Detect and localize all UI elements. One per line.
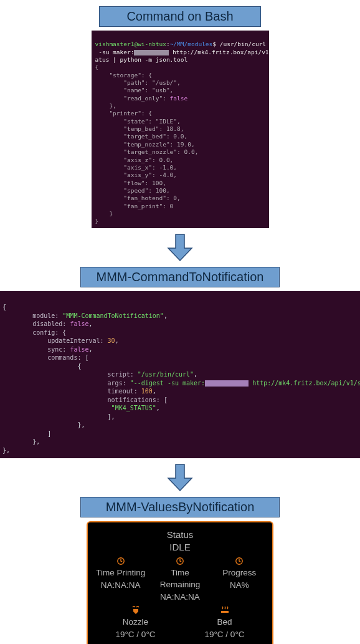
json-storage-ro-val: false (170, 95, 188, 102)
cfg-l14: }, (2, 421, 85, 428)
json-storage: "storage": { (95, 72, 153, 79)
json-axis-z: "axis_z": 0.0, (95, 156, 174, 163)
val-bed: 19°C / 0°C (204, 629, 244, 641)
cfg-l17: }, (2, 447, 10, 454)
json-flow: "flow": 100, (95, 180, 166, 186)
cfg-l8: script: (2, 371, 138, 378)
cfg-l2e: , (88, 320, 92, 327)
cfg-l7: { (2, 363, 81, 370)
val-time-remaining: NA:NA:NA (160, 592, 200, 603)
val-time-printing: NA:NA:NA (101, 580, 141, 592)
lbl-nozzle: Nozzle (123, 617, 148, 628)
clock-icon (235, 555, 244, 567)
prompt-symbol: $ (212, 41, 216, 47)
cfg-l15: ] (2, 430, 51, 437)
z-height-icon (234, 642, 244, 644)
svg-marker-1 (168, 464, 192, 491)
cfg-l9: args: (2, 380, 130, 387)
val-progress: NA% (230, 580, 249, 592)
cfg-l13: ], (2, 413, 115, 420)
status-module: Status IDLE Time Printing NA:NA:NA Time … (87, 521, 273, 644)
json-storage-ro-key: "read_only": (95, 95, 170, 102)
cmd-line1: /usr/bin/curl --digest (220, 41, 269, 47)
status-state: IDLE (93, 541, 267, 554)
json-close: } (95, 218, 99, 224)
cfg-l4: updateInterval: (2, 337, 108, 344)
cell-flow: Flow 100% (152, 642, 207, 644)
lbl-bed: Bed (217, 617, 232, 628)
json-storage-name: "name": "usb", (95, 87, 174, 94)
cfg-l10n: 100 (141, 388, 153, 395)
json-close-storage: }, (95, 102, 116, 109)
cfg-l9s1: "--digest -su maker: (130, 380, 205, 387)
json-fan-print: "fan_print": 0 (95, 203, 174, 209)
cfg-l1: module: (2, 312, 62, 319)
cell-time-remaining: Time Remaining NA:NA:NA (152, 555, 207, 603)
json-close-printer: } (95, 210, 113, 217)
json-axis-x: "axis_x": -1.0, (95, 164, 178, 171)
cfg-l9s2: http://mk4.fritz.box/api/v1/status" (249, 380, 360, 387)
cell-bed: Bed 19°C / 0°C (182, 605, 267, 641)
json-target-bed: "target_bed": 0.0, (95, 133, 188, 140)
cfg-l10e: , (153, 388, 156, 395)
cfg-l6: commands: [ (2, 354, 88, 361)
cfg-l12e: , (156, 405, 160, 411)
json-open: { (95, 64, 99, 70)
svg-marker-0 (168, 234, 192, 261)
title-bash: Command on Bash (99, 6, 261, 27)
cfg-l10: timeout: (2, 388, 141, 395)
clock-icon (116, 555, 125, 567)
cmd-line2b: http://mk4.fritz.box/api/v1/st (169, 49, 268, 55)
cell-speed: Speed 100% (93, 642, 148, 644)
json-target-nozzle: "target_nozzle": 0.0, (95, 148, 199, 155)
cmd-line2a: -su maker: (95, 49, 135, 55)
json-storage-path: "path": "/usb/", (95, 79, 181, 86)
json-axis-y: "axis_y": -4.0, (95, 171, 178, 178)
cfg-l2: disabled: (2, 320, 70, 327)
cfg-l8s: "/usr/bin/curl" (138, 371, 194, 378)
svg-rect-5 (221, 611, 229, 613)
cfg-l2b: false (70, 320, 88, 327)
lbl-progress: Progress (222, 567, 256, 579)
cell-nozzle: Nozzle 19°C / 0°C (93, 605, 178, 641)
cfg-l3: config: { (2, 329, 66, 336)
redacted-password-2 (205, 380, 249, 387)
cfg-l1e: , (164, 312, 168, 319)
val-nozzle: 19°C / 0°C (115, 629, 155, 641)
lbl-time-printing: Time Printing (96, 567, 145, 579)
gauge-icon (116, 642, 126, 644)
arrow-down-1 (166, 233, 194, 262)
lbl-time-remaining: Time Remaining (152, 567, 207, 591)
json-temp-nozzle: "temp_nozzle": 19.0, (95, 141, 195, 148)
prompt-path: ~/MM/modules (170, 41, 213, 47)
cfg-l11: notifications: [ (2, 396, 168, 403)
arrow-down-2 (166, 463, 194, 492)
clock-icon (176, 555, 184, 567)
json-speed: "speed": 100, (95, 187, 170, 194)
cfg-l5: sync: (2, 346, 70, 353)
bed-icon (220, 605, 230, 616)
cfg-l4n: 30 (108, 337, 115, 344)
cmd-line3: atus | python -m json.tool (95, 56, 188, 63)
status-row-3: Speed 100% Flow 100% Z-Height 0mm (93, 642, 267, 644)
json-fan-hotend: "fan_hotend": 0, (95, 195, 181, 201)
status-row-1: Time Printing NA:NA:NA Time Remaining NA… (93, 555, 267, 603)
redacted-password (134, 50, 169, 55)
cfg-l16: }, (2, 438, 40, 445)
cfg-l0: { (2, 304, 6, 310)
bash-terminal: vishmaster1@wi-nbtux:~/MM/modules$ /usr/… (92, 31, 269, 228)
title-values-by-notification: MMM-ValuesByNotification (80, 497, 280, 517)
cfg-l1s: "MMM-CommandToNotification" (62, 312, 164, 319)
flow-icon (175, 642, 185, 644)
json-printer: "printer": { (95, 110, 153, 117)
title-command-to-notification: MMM-CommandToNotification (80, 267, 280, 287)
nozzle-icon (131, 605, 141, 616)
cfg-l12s: "MK4_STATUS" (111, 405, 156, 411)
cfg-l4e: , (115, 337, 119, 344)
prompt-user: vishmaster1@wi-nbtux (95, 41, 166, 47)
cell-zheight: Z-Height 0mm (212, 642, 267, 644)
status-row-2: Nozzle 19°C / 0°C Bed 19°C / 0°C (93, 605, 267, 641)
cfg-l8e: , (194, 371, 197, 378)
json-temp-bed: "temp_bed": 18.8, (95, 125, 184, 132)
json-state: "state": "IDLE", (95, 118, 181, 125)
